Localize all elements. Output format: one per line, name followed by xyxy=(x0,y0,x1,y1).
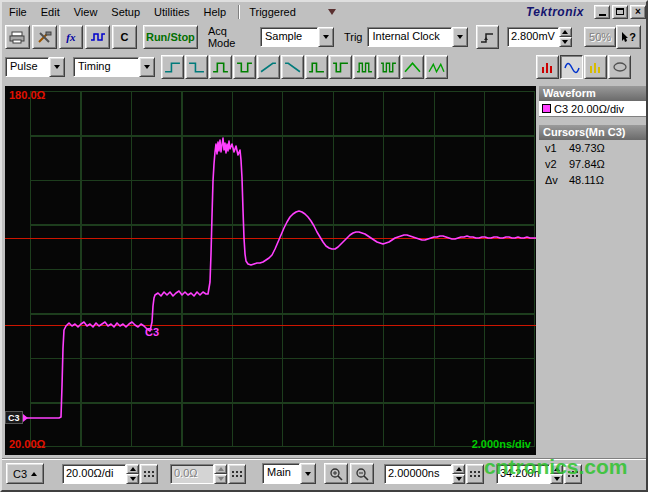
app-window: File Edit View Setup Utilities Help Trig… xyxy=(0,0,648,492)
print-button[interactable] xyxy=(5,25,30,49)
maximize-button[interactable] xyxy=(612,5,628,19)
waveform-list-item[interactable]: C3 20.00Ω/div xyxy=(539,101,646,117)
menu-setup[interactable]: Setup xyxy=(104,4,147,20)
vertical-top-readout: 180.0Ω xyxy=(9,89,45,101)
pulse-toolbar: Pulse Timing xyxy=(5,54,643,80)
waveform-panel-header: Waveform xyxy=(539,86,646,101)
channel-select-value: C3 xyxy=(13,468,27,480)
trace-label: C3 xyxy=(145,326,159,338)
menu-view[interactable]: View xyxy=(67,4,105,20)
menu-help[interactable]: Help xyxy=(197,4,234,20)
channel-c-button[interactable]: C xyxy=(112,25,137,49)
pulse-negative-button[interactable] xyxy=(233,55,256,79)
channel-marker-label: C3 xyxy=(5,411,23,424)
ramp-fall-button[interactable] xyxy=(281,55,304,79)
horizontal-position-keypad-button[interactable] xyxy=(564,464,582,484)
zoom-out-button[interactable] xyxy=(350,463,374,484)
cursor-readout-v2: v2 97.84Ω xyxy=(539,156,646,172)
waveform-display-button[interactable] xyxy=(560,55,583,79)
step-down-button[interactable] xyxy=(550,474,563,484)
double-pulse-button[interactable] xyxy=(353,55,376,79)
readout-value: 97.84Ω xyxy=(569,158,605,170)
trig-label: Trig xyxy=(344,31,363,43)
timebase-readout: 2.000ns/div xyxy=(472,438,531,450)
edge-rise-button[interactable] xyxy=(161,55,184,79)
horizontal-position-value[interactable]: 34.200n xyxy=(496,464,550,484)
channel-marker[interactable]: C3 xyxy=(5,411,28,424)
histogram-red-button[interactable] xyxy=(536,55,559,79)
pulse-narrow-icon xyxy=(308,61,325,74)
trigger-indicator-icon xyxy=(328,9,336,15)
trigger-status: Triggered xyxy=(245,4,300,20)
timebase-mode-select[interactable]: Main xyxy=(262,463,316,484)
close-button[interactable]: × xyxy=(630,5,646,19)
readout-sidebar: Waveform C3 20.00Ω/div Cursors(Mn C3) v1… xyxy=(539,86,646,455)
print-icon xyxy=(9,31,25,44)
zoom-in-button[interactable] xyxy=(324,463,348,484)
chevron-down-icon xyxy=(457,35,463,39)
step-down-button[interactable] xyxy=(559,37,572,47)
step-up-button[interactable] xyxy=(559,27,572,37)
channel-color-swatch xyxy=(542,104,551,113)
keypad-icon xyxy=(144,471,146,473)
step-down-button[interactable] xyxy=(126,474,139,484)
pulse-narrow-button[interactable] xyxy=(305,55,328,79)
timebase-dropdown-button[interactable] xyxy=(300,463,316,484)
minimize-icon xyxy=(599,14,606,16)
triangle-pulse-button[interactable] xyxy=(401,55,424,79)
edge-fall-button[interactable] xyxy=(185,55,208,79)
trigger-slope-button[interactable] xyxy=(476,25,499,49)
measurement-fx-button[interactable]: fx xyxy=(59,25,84,49)
timing-select[interactable]: Timing xyxy=(73,57,155,77)
horizontal-scale-keypad-button[interactable] xyxy=(466,464,484,484)
chevron-down-icon xyxy=(54,65,60,69)
acq-mode-select[interactable]: Sample xyxy=(260,27,334,47)
pulse-dropdown-button[interactable] xyxy=(49,57,65,77)
step-up-button[interactable] xyxy=(452,464,465,474)
rising-slope-icon xyxy=(480,31,495,44)
menu-edit[interactable]: Edit xyxy=(34,4,67,20)
pulse-positive-button[interactable] xyxy=(209,55,232,79)
step-down-button[interactable] xyxy=(452,474,465,484)
main-toolbar: fx C Run/Stop Acq Mode Sample Trig Inter… xyxy=(5,24,643,50)
pulse-select[interactable]: Pulse xyxy=(5,57,65,77)
horizontal-scale-value[interactable]: 2.00000ns xyxy=(384,464,452,484)
mask-test-button[interactable] xyxy=(608,55,631,79)
horizontal-scale-spinner[interactable]: 2.00000ns xyxy=(384,464,484,484)
menu-utilities[interactable]: Utilities xyxy=(147,4,196,20)
histogram-yellow-icon xyxy=(588,61,603,74)
vertical-scale-keypad-button[interactable] xyxy=(140,464,158,484)
trigger-source-select[interactable]: Internal Clock xyxy=(367,27,468,47)
context-help-button[interactable]: ? xyxy=(616,25,641,49)
histogram-yellow-button[interactable] xyxy=(584,55,607,79)
chevron-up-icon xyxy=(218,467,224,471)
chevron-down-icon xyxy=(144,65,150,69)
ramp-rise-button[interactable] xyxy=(257,55,280,79)
waveform-item-label: C3 20.00Ω/div xyxy=(554,103,624,115)
trigger-level-value[interactable]: 2.800mV xyxy=(507,27,559,47)
horizontal-position-spinner[interactable]: 34.200n xyxy=(496,464,582,484)
vertical-scale-spinner[interactable]: 20.00Ω/di xyxy=(62,464,158,484)
run-stop-button[interactable]: Run/Stop xyxy=(143,25,198,49)
step-down-button xyxy=(214,474,227,484)
menu-file[interactable]: File xyxy=(2,4,34,20)
pulse-train-button[interactable] xyxy=(377,55,400,79)
double-triangle-pulse-button[interactable] xyxy=(425,55,448,79)
pulse-narrow-negative-button[interactable] xyxy=(329,55,352,79)
mask-circle-icon xyxy=(612,61,628,73)
trigger-level-spinner[interactable]: 2.800mV xyxy=(507,27,572,47)
timing-dropdown-button[interactable] xyxy=(139,57,155,77)
step-up-button[interactable] xyxy=(126,464,139,474)
pulse-positive-icon xyxy=(212,61,229,74)
waveform-icon xyxy=(90,31,106,43)
chevron-down-icon xyxy=(305,472,311,476)
vertical-scale-value[interactable]: 20.00Ω/di xyxy=(62,464,126,484)
minimize-button[interactable] xyxy=(594,5,610,19)
channel-select-button[interactable]: C3 xyxy=(6,463,44,484)
waveform-define-button[interactable] xyxy=(85,25,110,49)
step-up-button[interactable] xyxy=(550,464,563,474)
horizontal-scale-steppers xyxy=(452,464,465,484)
setup-tools-button[interactable] xyxy=(32,25,57,49)
trigger-dropdown-button[interactable] xyxy=(452,27,468,47)
acq-mode-dropdown-button[interactable] xyxy=(318,27,334,47)
